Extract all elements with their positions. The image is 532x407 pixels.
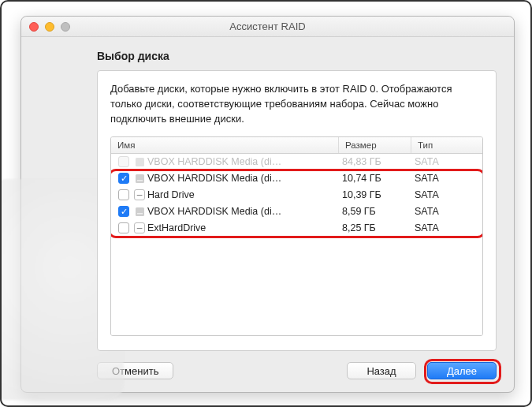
disk-size: 8,59 ГБ <box>342 206 415 217</box>
col-header-size[interactable]: Размер <box>339 137 411 153</box>
table-body: VBOX HARDDISK Media (di…84,83 ГБSATAVBOX… <box>111 154 482 335</box>
titlebar: Ассистент RAID <box>21 17 514 37</box>
table-header: Имя Размер Тип <box>111 137 482 154</box>
disk-type: SATA <box>415 173 482 184</box>
disk-checkbox[interactable] <box>118 189 129 200</box>
hdd-icon <box>132 173 147 185</box>
footer-buttons: Отменить Назад Далее <box>97 362 497 379</box>
svg-rect-5 <box>137 213 143 215</box>
raid-assistant-window: Ассистент RAID Выбор диска Добавьте диск… <box>20 16 515 393</box>
disk-size: 8,25 ГБ <box>342 222 415 233</box>
annotated-frame: Ассистент RAID Выбор диска Добавьте диск… <box>0 0 532 407</box>
hdd-icon <box>132 156 147 168</box>
page-title: Выбор диска <box>97 50 500 62</box>
disk-name: Hard Drive <box>147 189 342 200</box>
description-text: Добавьте диски, которые нужно включить в… <box>110 82 483 127</box>
table-row[interactable]: ExtHardDrive8,25 ГБSATA <box>111 220 482 237</box>
window-title: Ассистент RAID <box>21 21 514 32</box>
disk-type: SATA <box>415 189 482 200</box>
disk-size: 10,39 ГБ <box>342 189 415 200</box>
table-row[interactable]: Hard Drive10,39 ГБSATA <box>111 187 482 204</box>
disk-checkbox[interactable] <box>118 222 129 233</box>
svg-rect-3 <box>137 180 143 181</box>
disk-type: SATA <box>415 222 482 233</box>
disk-name: VBOX HARDDISK Media (di… <box>147 156 342 167</box>
disk-checkbox[interactable] <box>118 206 129 217</box>
svg-rect-2 <box>136 174 144 183</box>
svg-rect-4 <box>136 207 144 216</box>
disk-name: ExtHardDrive <box>147 222 342 233</box>
col-header-name[interactable]: Имя <box>111 137 339 153</box>
disk-type: SATA <box>415 156 482 167</box>
svg-rect-1 <box>137 163 143 165</box>
table-row: VBOX HARDDISK Media (di…84,83 ГБSATA <box>111 154 482 170</box>
disk-size: 10,74 ГБ <box>342 173 415 184</box>
disk-checkbox <box>118 156 129 167</box>
disk-size: 84,83 ГБ <box>342 156 415 167</box>
disk-name: VBOX HARDDISK Media (di… <box>147 206 342 217</box>
hdd-icon <box>132 206 147 218</box>
disk-name: VBOX HARDDISK Media (di… <box>147 173 342 184</box>
disk-panel: Добавьте диски, которые нужно включить в… <box>97 70 497 351</box>
disk-type: SATA <box>415 206 482 217</box>
disk-checkbox[interactable] <box>118 173 129 184</box>
disk-table: Имя Размер Тип VBOX HARDDISK Media (di…8… <box>110 136 483 336</box>
col-header-type[interactable]: Тип <box>411 137 482 153</box>
partition-icon <box>132 222 147 233</box>
table-row[interactable]: VBOX HARDDISK Media (di…10,74 ГБSATA <box>111 170 482 187</box>
back-button[interactable]: Назад <box>347 362 416 379</box>
table-row[interactable]: VBOX HARDDISK Media (di…8,59 ГБSATA <box>111 204 482 220</box>
svg-rect-0 <box>136 158 144 166</box>
partition-icon <box>132 189 147 200</box>
next-button[interactable]: Далее <box>427 362 497 379</box>
